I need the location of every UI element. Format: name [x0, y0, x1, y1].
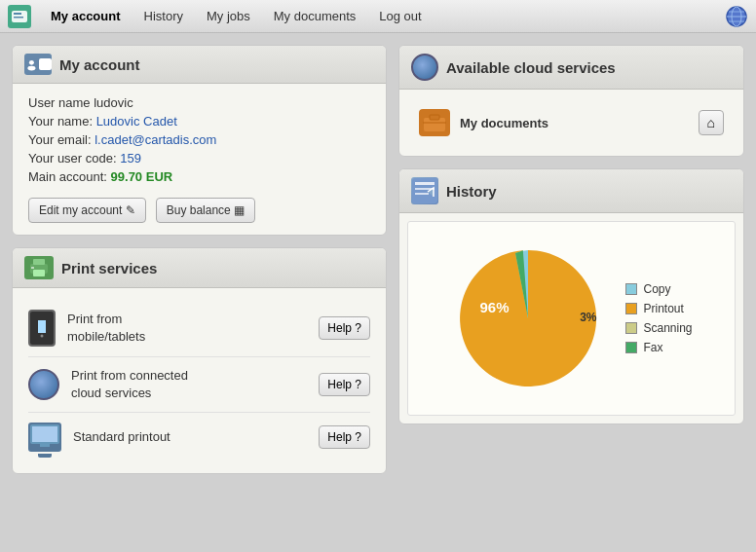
service-printout: Standard printout Help ? — [28, 413, 370, 461]
pie-chart: 96% 3% — [450, 240, 606, 396]
service-printout-help-button[interactable]: Help ? — [319, 425, 370, 449]
service-cloud: Print from connectedcloud services Help … — [28, 357, 370, 413]
service-mobile-help-button[interactable]: Help ? — [319, 316, 370, 340]
email-value: l.cadet@cartadis.com — [94, 132, 216, 147]
top-navigation: My account History My jobs My documents … — [0, 0, 756, 33]
usercode-value: 159 — [120, 151, 141, 166]
svg-rect-2 — [14, 17, 23, 18]
svg-rect-24 — [423, 122, 446, 124]
nav-my-jobs[interactable]: My jobs — [195, 0, 262, 32]
account-info: User name ludovic Your name: Ludovic Cad… — [28, 95, 370, 184]
svg-rect-1 — [14, 13, 21, 15]
pie-label-3: 3% — [580, 311, 596, 324]
service-mobile: Print frommobile/tablets Help ? — [28, 300, 370, 357]
print-services-panel: Print services Print frommobile/tablets … — [12, 247, 387, 474]
svg-rect-21 — [37, 447, 53, 449]
legend-printout-label: Printout — [643, 302, 683, 315]
cloud-panel-header: Available cloud services — [399, 46, 743, 90]
printer-icon — [24, 256, 54, 279]
nav-my-account[interactable]: My account — [39, 0, 132, 32]
svg-rect-26 — [415, 182, 435, 185]
cloud-doc-item: My documents ⌂ — [415, 101, 728, 144]
print-services-title: Print services — [61, 260, 157, 276]
history-panel-title: History — [446, 183, 497, 200]
right-column: Available cloud services My documents ⌂ — [398, 45, 744, 474]
legend-printout: Printout — [625, 302, 692, 315]
main-content: My account User name ludovic Your name: … — [0, 33, 756, 486]
nav-right-area — [725, 5, 748, 28]
mainaccount-value: 99.70 EUR — [111, 169, 173, 184]
svg-rect-23 — [430, 115, 439, 120]
username-label: User name — [28, 95, 91, 110]
legend-copy: Copy — [625, 282, 692, 296]
legend-scanning-label: Scanning — [643, 321, 692, 335]
service-cloud-help-button[interactable]: Help ? — [319, 373, 370, 396]
fullname-value: Ludovic Cadet — [96, 114, 177, 129]
history-icon — [411, 177, 438, 204]
mainaccount-label: Main account: — [28, 169, 107, 184]
legend-printout-color — [625, 303, 637, 314]
nav-log-out[interactable]: Log out — [367, 0, 433, 32]
legend-scanning: Scanning — [625, 321, 692, 335]
legend-fax-label: Fax — [643, 341, 662, 354]
svg-rect-12 — [33, 259, 45, 265]
svg-point-10 — [27, 66, 35, 71]
svg-rect-16 — [38, 320, 46, 333]
svg-rect-19 — [32, 426, 57, 442]
buy-balance-button[interactable]: Buy balance ▦ — [156, 198, 255, 223]
svg-point-9 — [29, 60, 34, 65]
globe-icon — [725, 5, 748, 28]
svg-rect-20 — [40, 444, 50, 447]
print-services-body: Print frommobile/tablets Help ? Print fr… — [13, 288, 386, 473]
legend-copy-label: Copy — [643, 282, 670, 296]
svg-rect-28 — [415, 193, 429, 195]
briefcase-icon — [419, 109, 450, 136]
cloud-panel-body: My documents ⌂ — [399, 90, 743, 156]
legend-fax-color — [625, 342, 637, 353]
account-panel-title: My account — [59, 56, 140, 73]
legend-scanning-color — [625, 322, 637, 334]
service-printout-label: Standard printout — [73, 428, 307, 446]
account-panel-body: User name ludovic Your name: Ludovic Cad… — [13, 84, 386, 235]
chart-container: 96% 3% Copy Printout — [407, 221, 736, 416]
svg-point-17 — [41, 335, 44, 338]
svg-rect-13 — [33, 270, 45, 276]
cloud-globe-icon — [28, 369, 59, 400]
account-icon — [24, 54, 52, 75]
app-logo — [8, 5, 31, 28]
monitor-icon — [28, 423, 61, 452]
history-panel: History — [398, 168, 744, 424]
mobile-icon — [28, 310, 56, 347]
history-panel-header: History — [399, 169, 743, 213]
account-panel-header: My account — [13, 46, 386, 84]
svg-rect-14 — [31, 267, 34, 269]
mainaccount-row: Main account: 99.70 EUR — [28, 169, 370, 184]
cloud-panel: Available cloud services My documents ⌂ — [398, 45, 744, 157]
usercode-row: Your user code: 159 — [28, 151, 370, 166]
cloud-panel-title: Available cloud services — [446, 59, 616, 76]
cloud-doc-label: My documents — [460, 116, 689, 130]
service-cloud-label: Print from connectedcloud services — [71, 367, 307, 402]
cloud-home-button[interactable]: ⌂ — [699, 110, 724, 135]
edit-account-button[interactable]: Edit my account ✎ — [28, 198, 146, 223]
email-row: Your email: l.cadet@cartadis.com — [28, 132, 370, 147]
nav-my-documents[interactable]: My documents — [262, 0, 368, 32]
email-label: Your email: — [28, 132, 92, 147]
chart-legend: Copy Printout Scanning Fax — [625, 282, 692, 354]
usercode-label: Your user code: — [28, 151, 117, 166]
left-column: My account User name ludovic Your name: … — [12, 45, 387, 474]
service-mobile-label: Print frommobile/tablets — [67, 311, 307, 346]
account-panel: My account User name ludovic Your name: … — [12, 45, 387, 236]
username-row: User name ludovic — [28, 95, 370, 110]
chart-wrapper: 96% 3% Copy Printout — [450, 240, 692, 396]
legend-copy-color — [625, 283, 637, 295]
username-value: ludovic — [94, 95, 132, 110]
fullname-row: Your name: Ludovic Cadet — [28, 114, 370, 129]
cloud-globe-header-icon — [411, 54, 438, 81]
nav-history[interactable]: History — [132, 0, 195, 32]
legend-fax: Fax — [625, 341, 692, 354]
pie-label-96: 96% — [479, 299, 509, 315]
account-buttons: Edit my account ✎ Buy balance ▦ — [28, 198, 370, 223]
print-services-header: Print services — [13, 248, 386, 288]
fullname-label: Your name: — [28, 114, 93, 129]
